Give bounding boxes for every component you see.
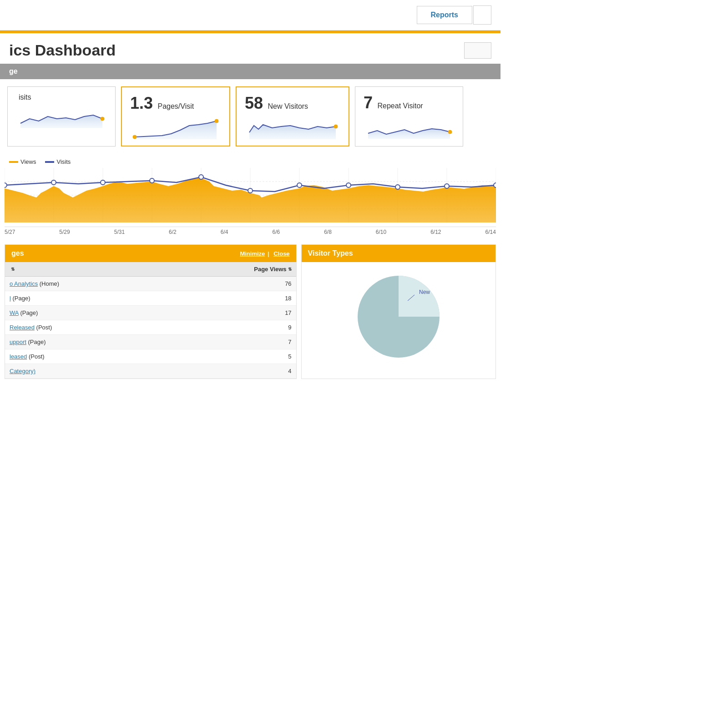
col-views-label: Page Views	[254, 266, 286, 273]
svg-point-25	[51, 180, 56, 185]
svg-point-33	[445, 184, 449, 188]
new-visitors-sparkline	[245, 116, 340, 140]
svg-point-3	[133, 135, 136, 139]
svg-point-32	[395, 185, 400, 189]
page-link[interactable]: WA	[10, 309, 19, 316]
views-cell: 18	[246, 291, 296, 305]
svg-point-31	[346, 183, 351, 187]
stat-card-visits: isits	[7, 86, 116, 147]
x-label-9: 6/14	[485, 229, 496, 235]
views-cell: 5	[246, 349, 296, 364]
pages-panel-title: ges	[11, 249, 24, 258]
page-cell: Released (Post)	[5, 320, 246, 334]
page-type: (Page)	[13, 295, 30, 302]
main-chart	[5, 168, 496, 227]
col-views-header[interactable]: Page Views ⇅	[246, 262, 296, 276]
page-type: (Post)	[36, 324, 52, 331]
header: Reports	[0, 0, 500, 30]
svg-point-4	[215, 119, 218, 123]
visits-sparkline	[16, 105, 107, 129]
visitor-pie-chart: New	[349, 267, 449, 367]
visitor-chart-area: New	[302, 262, 495, 371]
page-type: (Home)	[40, 280, 59, 287]
page-cell: l (Page)	[5, 291, 246, 305]
svg-point-26	[101, 180, 105, 185]
views-cell: 4	[246, 364, 296, 378]
x-label-3: 6/2	[169, 229, 177, 235]
new-visitors-label: New Visitors	[268, 102, 308, 110]
page-link[interactable]: Released	[10, 324, 35, 331]
svg-point-29	[248, 188, 253, 193]
table-row: upport (Page) 7	[5, 335, 296, 349]
page-link[interactable]: Category)	[10, 368, 35, 374]
legend-visits-label: Visits	[56, 158, 71, 165]
page-link[interactable]: o Analytics	[10, 280, 38, 287]
x-label-1: 5/29	[59, 229, 70, 235]
svg-marker-0	[20, 115, 102, 128]
stat-card-repeat-visitors: 7 Repeat Visitor	[355, 86, 463, 147]
extra-button[interactable]	[473, 5, 491, 25]
page-title-area: ics Dashboard	[0, 33, 500, 64]
views-sort-icon: ⇅	[288, 267, 292, 272]
visits-chart	[16, 105, 107, 128]
views-cell: 7	[246, 335, 296, 349]
x-label-8: 6/12	[430, 229, 441, 235]
page-type: (Post)	[29, 353, 45, 360]
new-visitors-number: 58	[245, 94, 263, 112]
new-visitors-chart	[245, 116, 340, 139]
table-row: Released (Post) 9	[5, 320, 296, 335]
close-link[interactable]: Close	[273, 250, 289, 257]
pages-panel-header: ges Minimize | Close	[5, 245, 296, 262]
x-label-0: 5/27	[5, 229, 15, 235]
repeat-visitors-chart	[364, 116, 455, 139]
x-label-6: 6/8	[324, 229, 332, 235]
svg-point-1	[101, 117, 104, 121]
table-row: l (Page) 18	[5, 291, 296, 306]
repeat-visitors-label: Repeat Visitor	[377, 102, 423, 110]
visits-color-swatch	[45, 161, 54, 163]
sort-icon: ⇅	[11, 267, 15, 272]
views-color-swatch	[9, 161, 18, 163]
views-cell: 17	[246, 306, 296, 320]
svg-point-27	[150, 178, 154, 183]
visits-label: isits	[19, 93, 31, 101]
chart-x-labels: 5/27 5/29 5/31 6/2 6/4 6/6 6/8 6/10 6/12…	[5, 227, 496, 240]
main-chart-svg	[5, 168, 496, 227]
svg-point-8	[448, 130, 452, 134]
new-label: New	[419, 289, 430, 295]
page-type: (Page)	[20, 309, 38, 316]
svg-point-34	[494, 183, 496, 187]
legend-views-label: Views	[20, 158, 36, 165]
svg-point-28	[199, 175, 203, 179]
page-link[interactable]: l	[10, 295, 11, 302]
svg-marker-7	[368, 129, 450, 139]
page-cell: Category)	[5, 364, 246, 378]
page-type: (Page)	[28, 339, 46, 345]
table-header: ⇅ Page Views ⇅	[5, 262, 296, 277]
visitor-panel-title: Visitor Types	[308, 249, 353, 258]
page-cell: leased (Post)	[5, 349, 246, 364]
pages-visit-label: Pages/Visit	[158, 102, 194, 110]
table-row: WA (Page) 17	[5, 306, 296, 320]
legend-views: Views	[9, 158, 36, 165]
pages-panel-actions: Minimize | Close	[238, 250, 289, 257]
visitor-panel-header: Visitor Types	[302, 245, 495, 262]
page-title: ics Dashboard	[9, 41, 116, 59]
table-row: leased (Post) 5	[5, 349, 296, 364]
table-row: Category) 4	[5, 364, 296, 379]
page-link[interactable]: upport	[10, 339, 26, 345]
stats-row: isits 1.3 Pages/Visit	[0, 79, 500, 154]
repeat-visitors-number: 7	[364, 93, 373, 112]
page-cell: WA (Page)	[5, 306, 246, 320]
title-action-button[interactable]	[464, 42, 491, 59]
x-label-2: 5/31	[114, 229, 125, 235]
x-label-5: 6/6	[272, 229, 280, 235]
page-link[interactable]: leased	[10, 353, 27, 360]
views-cell: 9	[246, 320, 296, 334]
pages-visit-chart	[130, 116, 221, 139]
col-page-header[interactable]: ⇅	[5, 262, 246, 276]
x-label-7: 6/10	[376, 229, 386, 235]
minimize-link[interactable]: Minimize	[240, 250, 265, 257]
page-cell: o Analytics (Home)	[5, 277, 246, 291]
reports-button[interactable]: Reports	[417, 6, 472, 24]
